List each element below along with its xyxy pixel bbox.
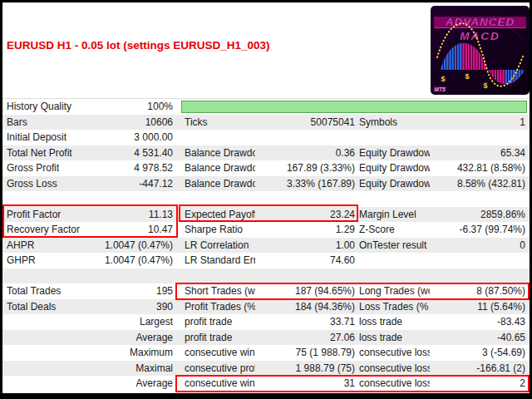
report-row: Total Deals 390 Profit Trades (% of t...… — [2, 299, 530, 315]
metric-label: consecutive wins ($) — [185, 345, 255, 361]
metric-value: 23.24 — [277, 207, 355, 223]
metric-value: -83.43 — [418, 314, 525, 330]
metric-value: 4 978.52 — [52, 160, 173, 176]
metric-label: Maximum — [52, 345, 173, 361]
report-row: Maximal consecutive profit (... 1 988.79… — [2, 361, 530, 377]
logo-badge-mt5: MT5 — [435, 86, 446, 92]
metric-label: profit trade — [185, 314, 255, 330]
metric-value: -447.12 — [52, 176, 173, 192]
metric-value: 100% — [52, 99, 173, 115]
metric-value: 167.89 (3.33%) — [277, 160, 355, 176]
report-title: EURUSD H1 - 0.05 lot (settings EURUSD_H1… — [7, 39, 270, 52]
metric-value: 8 (87.50%) — [418, 283, 525, 299]
metric-label: Average — [52, 376, 173, 392]
metric-label: Largest — [52, 314, 173, 330]
metric-value: 0.36 — [277, 145, 355, 161]
metric-value: 1.29 — [277, 222, 355, 238]
metric-label: LR Correlation — [185, 238, 255, 254]
metric-label: Sharpe Ratio — [185, 222, 255, 238]
report-row: Average profit trade 27.06 loss trade -4… — [2, 330, 530, 346]
metric-label: Balance Drawdown ... — [185, 176, 255, 192]
metric-label: Total Deals — [7, 299, 56, 315]
report-row: Profit Factor 11.13 Expected Payoff 23.2… — [2, 207, 530, 223]
metric-value: 4 531.40 — [52, 145, 173, 161]
svg-text:$: $ — [441, 75, 445, 83]
metric-label: Short Trades (won %) — [185, 283, 255, 299]
report-row: Bars 10606 Ticks 50075041 Symbols 1 — [2, 115, 530, 131]
metric-value: 3 000.00 — [52, 130, 173, 145]
metric-label: Balance Drawdown ... — [185, 160, 255, 176]
report-content: EURUSD H1 - 0.05 lot (settings EURUSD_H1… — [2, 2, 530, 393]
metric-value: 31 — [277, 376, 355, 392]
metric-value: 10.47 — [52, 222, 173, 238]
metric-value: 33.71 — [277, 314, 355, 330]
metric-label: Bars — [7, 115, 27, 131]
metric-value: 1 — [418, 115, 525, 131]
metric-value: 3.33% (167.89) — [277, 176, 355, 192]
metric-label: Profit Trades (% of t... — [185, 299, 255, 315]
report-row: Largest profit trade 33.71 loss trade -8… — [2, 314, 530, 330]
report-row-empty — [2, 268, 530, 284]
metric-label: LR Standard Error — [185, 253, 255, 268]
logo-text-macd: MACD — [460, 30, 500, 42]
report-row: Total Trades 195 Short Trades (won %) 18… — [2, 283, 530, 299]
tester-report-window: EURUSD H1 - 0.05 lot (settings EURUSD_H1… — [0, 0, 532, 399]
logo-text-advanced: ADVANCED — [445, 16, 515, 28]
metric-value: 1.0047 (0.47%) — [52, 253, 173, 268]
metric-value: 1.0047 (0.47%) — [52, 238, 173, 254]
metric-value: 195 — [52, 283, 173, 299]
metric-label: profit trade — [185, 330, 255, 346]
metric-label: consecutive wins — [185, 376, 255, 392]
metric-value: 74.60 — [277, 253, 355, 268]
metric-value: 184 (94.36%) — [277, 299, 355, 315]
advanced-macd-logo: ADVANCED MACD $ $ $ MT5 — [431, 6, 530, 95]
metric-value: 75 (1 988.79) — [277, 345, 355, 361]
report-row: Total Net Profit 4 531.40 Balance Drawdo… — [2, 145, 530, 161]
report-table: History Quality 100% Bars 10606 Ticks 50… — [2, 98, 530, 392]
metric-label: Ticks — [185, 115, 255, 131]
svg-text:$: $ — [483, 81, 487, 90]
report-row: Gross Profit 4 978.52 Balance Drawdown .… — [2, 160, 530, 176]
metric-label: Gross Profit — [7, 160, 59, 176]
report-row: History Quality 100% — [2, 99, 530, 115]
metric-value: 1 988.79 (75) — [277, 361, 355, 377]
metric-value: 187 (94.65%) — [277, 283, 355, 299]
metric-value: -166.81 (2) — [418, 361, 525, 377]
metric-value: 11.13 — [52, 207, 173, 223]
metric-value: 1.00 — [277, 238, 355, 254]
metric-value: 11 (5.64%) — [418, 299, 525, 315]
report-row: Average consecutive wins 31 consecutive … — [2, 376, 530, 392]
metric-value: 65.34 — [418, 145, 525, 161]
metric-value: 8.58% (432.81) — [418, 176, 525, 192]
metric-value: 2 — [418, 376, 525, 392]
metric-label: Gross Loss — [7, 176, 57, 192]
metric-label: Maximal — [52, 361, 173, 377]
metric-value: -40.65 — [418, 330, 525, 346]
history-quality-bar — [181, 101, 527, 113]
svg-text:$: $ — [465, 72, 469, 81]
metric-value: 2859.86% — [418, 207, 525, 223]
metric-label: GHPR — [7, 253, 36, 268]
report-row: Initial Deposit 3 000.00 — [2, 130, 530, 145]
report-row: Gross Loss -447.12 Balance Drawdown ... … — [2, 176, 530, 192]
metric-value: -6.37 (99.74%) — [418, 222, 525, 238]
report-row: Recovery Factor 10.47 Sharpe Ratio 1.29 … — [2, 222, 530, 238]
report-row-empty — [2, 191, 530, 207]
report-row: Maximum consecutive wins ($) 75 (1 988.7… — [2, 345, 530, 361]
report-row: AHPR 1.0047 (0.47%) LR Correlation 1.00 … — [2, 238, 530, 254]
metric-value: 432.81 (8.58%) — [418, 160, 525, 176]
metric-value: 27.06 — [277, 330, 355, 346]
metric-value: 0 — [418, 238, 525, 254]
metric-label: Balance Drawdown ... — [185, 145, 255, 161]
metric-label: AHPR — [7, 238, 34, 254]
metric-label: Average — [52, 330, 173, 346]
metric-value: 390 — [52, 299, 173, 315]
metric-label: consecutive profit (... — [185, 361, 255, 377]
report-row: GHPR 1.0047 (0.47%) LR Standard Error 74… — [2, 253, 530, 268]
metric-value: 3 (-54.69) — [418, 345, 525, 361]
metric-value: 50075041 — [277, 115, 355, 131]
metric-value: 10606 — [52, 115, 173, 131]
metric-label: Expected Payoff — [185, 207, 255, 223]
